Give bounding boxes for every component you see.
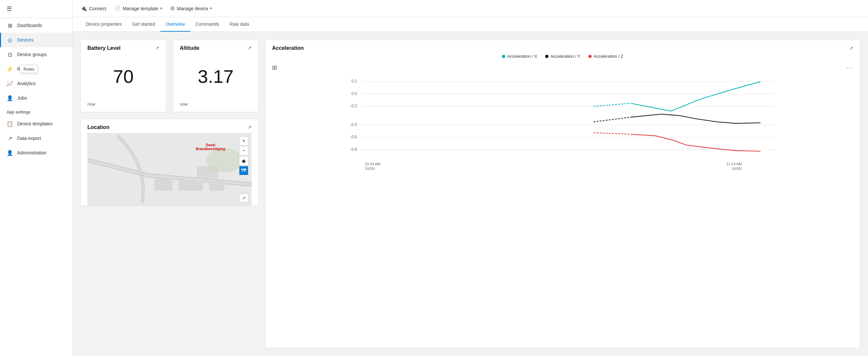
map-label-line2: Brandbeveiliging [196,147,225,151]
battery-card-value: 70 [87,54,159,99]
svg-text:10:43 AM: 10:43 AM [365,162,380,166]
sidebar-item-label: Administration [17,150,46,155]
svg-text:11:14 AM: 11:14 AM [726,162,742,166]
map-container: Saval Brandbeveiliging + − ◆ 🗺 ⤢ [87,133,252,206]
left-column: Battery Level ↗ 70 now Altitude ↗ 3.17 n… [81,39,258,348]
sidebar-item-label: Devices [17,37,34,42]
svg-text:-0.8: -0.8 [350,147,357,152]
map-zoom-in-button[interactable]: + [239,136,248,146]
svg-text:-0.5: -0.5 [350,122,357,127]
sidebar-item-label: Dashboards [17,23,42,28]
legend-label-z: Acceleration / Z [594,54,623,59]
map-layer-button[interactable]: 🗺 [239,166,248,175]
map-location-label: Saval Brandbeveiliging [196,143,225,151]
chart-toolbar: Acceleration ↗ [272,45,853,51]
sidebar-item-label: Analytics [17,81,36,86]
connect-icon: 🔌 [81,5,87,11]
tabs: Device properties Get started Overview C… [72,17,868,32]
acceleration-card: Acceleration ↗ Acceleration / X Accelera… [265,39,860,348]
battery-card-title: Battery Level [87,45,121,51]
manage-device-icon: ⚙ [170,5,175,11]
altitude-card-timestamp: now [180,101,252,107]
tab-commands[interactable]: Commands [190,17,225,32]
svg-point-9 [206,148,243,172]
svg-text:-0.2: -0.2 [350,103,357,108]
app-settings-label: App settings [0,105,72,116]
hamburger-icon[interactable]: ☰ [7,6,12,12]
administration-icon: 👤 [7,149,13,156]
sidebar-item-jobs[interactable]: 👤 Jobs [0,91,72,105]
sidebar-item-data-export[interactable]: ↗ Data export [0,131,72,146]
location-card-header: Location ↗ [87,124,252,130]
more-options-button[interactable]: ··· [846,64,853,71]
legend-item-z: Acceleration / Z [588,54,623,59]
acceleration-card-title: Acceleration [272,45,304,51]
altitude-expand-icon[interactable]: ↗ [248,45,252,51]
sidebar-item-device-groups[interactable]: ⊡ Device groups [0,47,72,62]
battery-card-timestamp: now [87,101,159,107]
legend-dot-y [545,55,549,58]
legend-item-y: Acceleration / Y [545,54,581,59]
map-label-line1: Saval [206,143,215,147]
battery-card-header: Battery Level ↗ [87,45,159,51]
acceleration-expand-icon[interactable]: ↗ [849,46,853,51]
svg-text:10/05/: 10/05/ [365,167,375,171]
map-zoom-out-button[interactable]: − [239,146,248,155]
sidebar-item-dashboards[interactable]: ⊞ Dashboards [0,18,72,33]
layers-icon[interactable]: ⊞ [272,64,277,71]
legend-dot-x [502,55,505,58]
svg-text:10/05/: 10/05/ [732,167,742,171]
tab-label: Commands [195,22,219,27]
svg-rect-5 [154,178,173,191]
battery-expand-icon[interactable]: ↗ [155,45,159,51]
tab-label: Raw data [229,22,249,27]
legend-dot-z [588,55,592,58]
right-column: Acceleration ↗ Acceleration / X Accelera… [265,39,860,348]
rules-tooltip: Rules [20,65,38,73]
altitude-card-title: Altitude [180,45,199,51]
tab-device-properties[interactable]: Device properties [81,17,127,32]
map-compass-button[interactable]: ◆ [239,156,248,165]
svg-rect-6 [179,180,203,190]
sidebar-item-label: Jobs [17,95,27,100]
chart-icon-row: ⊞ ··· [272,64,853,71]
sidebar-item-device-templates[interactable]: 📋 Device templates [0,116,72,131]
legend-label-y: Acceleration / Y [550,54,581,59]
altitude-card: Altitude ↗ 3.17 now [173,39,258,112]
analytics-icon: 📈 [7,80,13,87]
manage-device-action[interactable]: ⚙ Manage device ▾ [170,5,212,11]
connect-label: Connect [89,6,106,11]
tab-label: Get started [132,22,155,27]
tab-get-started[interactable]: Get started [127,17,160,32]
sidebar-item-devices[interactable]: ◎ Devices [0,33,72,47]
svg-rect-7 [209,181,224,191]
tab-raw-data[interactable]: Raw data [224,17,254,32]
sidebar-item-analytics[interactable]: 📈 Analytics [0,76,72,91]
sidebar-item-rules[interactable]: ⚡ Rules Rules [0,62,72,76]
manage-device-label: Manage device [177,6,208,11]
chevron-down-icon: ▾ [160,6,162,10]
jobs-icon: 👤 [7,95,13,101]
location-expand-icon[interactable]: ↗ [248,124,252,130]
sidebar-item-label: Device templates [17,121,53,126]
svg-text:0.2: 0.2 [351,79,357,84]
chevron-down-icon-2: ▾ [210,6,212,10]
battery-level-card: Battery Level ↗ 70 now [81,39,166,112]
chart-area: 0.2 0.0 -0.2 -0.5 -0.6 -0.8 [272,74,853,186]
map-fullscreen-button[interactable]: ⤢ [240,194,248,202]
sidebar-header: ☰ [0,0,72,18]
legend-label-x: Acceleration / X [507,54,537,59]
acceleration-chart: 0.2 0.0 -0.2 -0.5 -0.6 -0.8 [272,74,853,173]
tab-overview[interactable]: Overview [160,17,190,32]
map-controls: + − ◆ 🗺 [239,136,248,175]
sidebar: ☰ ⊞ Dashboards ◎ Devices ⊡ Device groups… [0,0,72,356]
device-groups-icon: ⊡ [7,51,13,58]
manage-template-label: Manage template [123,6,158,11]
connect-action[interactable]: 🔌 Connect [81,5,106,11]
manage-template-action[interactable]: 📄 Manage template ▾ [114,5,162,11]
tab-label: Overview [165,22,185,27]
sidebar-item-administration[interactable]: 👤 Administration [0,146,72,160]
svg-text:0.0: 0.0 [351,91,357,96]
sidebar-item-label: Device groups [17,52,47,57]
location-card: Location ↗ [81,119,258,206]
